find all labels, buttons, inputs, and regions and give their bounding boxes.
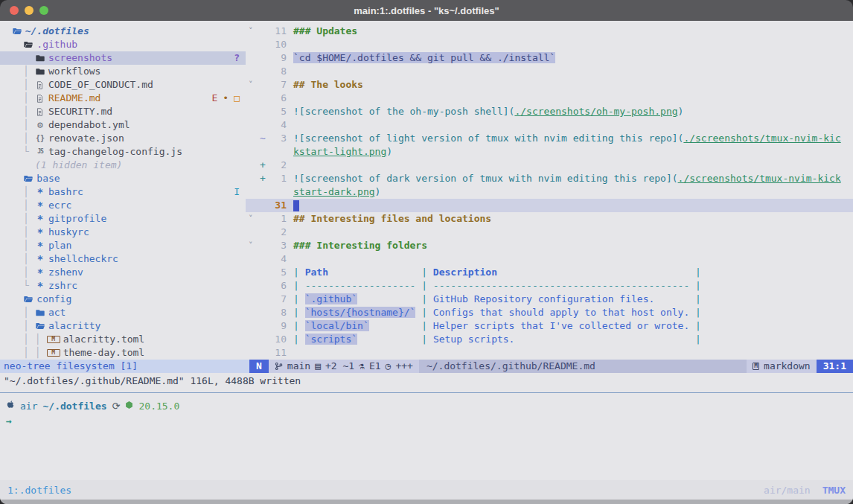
tree-item[interactable]: base [0,172,246,185]
tmux-badge: TMUX [822,485,846,496]
fold-marker [246,145,258,159]
editor-line[interactable]: 7| `.github` | GitHub Repository configu… [246,293,853,306]
tmux-window-label[interactable]: 1:.dotfiles [7,485,71,496]
tree-item[interactable]: config [0,293,246,306]
line-number: 10 [267,333,287,346]
text-segment: | [293,334,305,345]
editor-line[interactable]: 4 [246,252,853,266]
tree-item[interactable]: │ *ecrc [0,199,246,212]
tree-item[interactable]: │ CODE_OF_CONDUCT.md [0,78,246,92]
text-segment: `.github` [305,293,357,304]
tree-item[interactable]: │ │ Mtheme-day.toml [0,346,246,360]
line-text: ![screenshot of the oh-my-posh shell](./… [293,105,853,118]
line-text [293,199,853,212]
editor-line[interactable]: 11 [246,346,853,360]
tree-item[interactable]: │ workflows [0,65,246,78]
editor-line[interactable]: 4 [246,118,853,132]
tree-guides: │ [0,319,35,333]
editor-line[interactable]: 9| `local/bin` | Helper scripts that I'v… [246,319,853,333]
gutter-sign [258,212,267,226]
line-text: ## Interesting files and locations [293,212,853,226]
tree-item-label: zshenv [48,266,83,279]
tree-item-label: zshrc [48,279,77,293]
tree-item[interactable]: (1 hidden item) [0,159,246,172]
editor-line[interactable]: 10| `scripts` | Setup scripts. | [246,333,853,346]
editor-line[interactable]: ˅ 1## Interesting files and locations [246,212,853,226]
editor-buffer: ˅ 11### Updates 10 9`cd $HOME/.dotfiles … [246,21,853,360]
tree-guides: │ │ [0,333,47,346]
tree-item[interactable]: screenshots? [0,51,246,65]
editor-line[interactable]: 6 [246,92,853,105]
tree-guides: └ [0,279,35,293]
editor-line[interactable]: 10 [246,38,853,51]
tree-item[interactable]: │ act [0,306,246,319]
line-number [267,185,287,199]
tree-item[interactable]: │ *bashrcI [0,185,246,199]
text-segment: | [415,267,432,278]
editor-line[interactable]: ˅ 7## The looks [246,78,853,92]
git-segment: main ▤ +2 ~1 ⚗ E1 ◷ +++ [269,360,419,373]
editor-line[interactable]: 5| Path | Description | [246,266,853,279]
node-version: 20.15.0 [138,400,179,413]
tree-item[interactable]: .github [0,38,246,51]
prompt-caret[interactable]: → [6,415,853,428]
tree-item[interactable]: │ │ Malacritty.toml [0,333,246,346]
editor-line[interactable]: kstart-light.png) [246,145,853,159]
tree-guides: │ [0,239,35,252]
fold-marker: ˅ [246,212,258,226]
tree-item[interactable]: │ *gitprofile [0,212,246,226]
gutter-sign: + [258,172,267,185]
text-segment: Description [433,267,497,278]
editor-line[interactable]: ~3![screenshot of light version of tmux … [246,132,853,145]
editor-line[interactable]: 5![screenshot of the oh-my-posh shell](.… [246,105,853,118]
tree-item[interactable]: │ *huskyrc [0,226,246,239]
tree-item[interactable]: │ alacritty [0,319,246,333]
tree-item[interactable]: └ *zshrc [0,279,246,293]
star-icon: * [35,252,45,266]
editor-line[interactable]: 8| `hosts/{hostname}/` | Configs that sh… [246,306,853,319]
editor-line[interactable]: 31 [246,199,853,212]
editor-line[interactable]: 6| ------------------- | ---------------… [246,279,853,293]
git-diff-counts: +2 ~1 [325,360,354,373]
tree-item[interactable]: │ README.mdE•□ [0,92,246,105]
text-segment [654,293,689,304]
tree-item[interactable]: │ *shellcheckrc [0,252,246,266]
tree-item[interactable]: │ {}renovate.json [0,132,246,145]
tree-item-label: gitprofile [48,212,106,226]
editor-line[interactable]: 2 [246,226,853,239]
tree-item[interactable]: ~/.dotfiles [0,25,246,38]
tree-item[interactable]: └ JStag-changelog-config.js [0,145,246,159]
editor-line[interactable]: ˅ 11### Updates [246,25,853,38]
tree-item-label: alacritty.toml [63,333,145,346]
line-number: 6 [267,92,287,105]
gutter-sign [258,333,267,346]
tree-guides [0,38,23,51]
tree-item[interactable]: │ *zshenv [0,266,246,279]
text-segment: Configs that should apply to that host o… [433,307,689,318]
line-number: 31 [267,199,287,212]
tree-guides: └ [0,145,35,159]
diagnostics-count: E1 [369,360,381,373]
badge-info: I [234,185,240,199]
line-text [293,159,853,172]
editor-line[interactable]: start-dark.png) [246,185,853,199]
editor-line[interactable]: 9`cd $HOME/.dotfiles && git pull && ./in… [246,51,853,65]
editor-line[interactable]: +2 [246,159,853,172]
editor-line[interactable]: ˅ 3### Interesting folders [246,239,853,252]
fold-marker [246,346,258,360]
editor-line[interactable]: +1![screenshot of dark version of tmux w… [246,172,853,185]
line-text: | `.github` | GitHub Repository configur… [293,293,853,306]
tree-item[interactable]: │ *plan [0,239,246,252]
tree-item-label: base [36,172,60,185]
text-segment: | [689,320,701,331]
tree-item-label: huskyrc [48,226,89,239]
shell-pane[interactable]: air ~/.dotfiles ⟳ 20.15.0 → [0,393,853,480]
tree-item[interactable]: │ SECURITY.md [0,105,246,118]
tree-item[interactable]: │ ⚙dependabot.yml [0,118,246,132]
line-text: | `scripts` | Setup scripts. | [293,333,853,346]
filetype-label: markdown [764,360,811,373]
gutter-sign [258,199,267,212]
star-icon: * [35,239,45,252]
editor-line[interactable]: 8 [246,65,853,78]
text-segment: | [293,293,305,304]
